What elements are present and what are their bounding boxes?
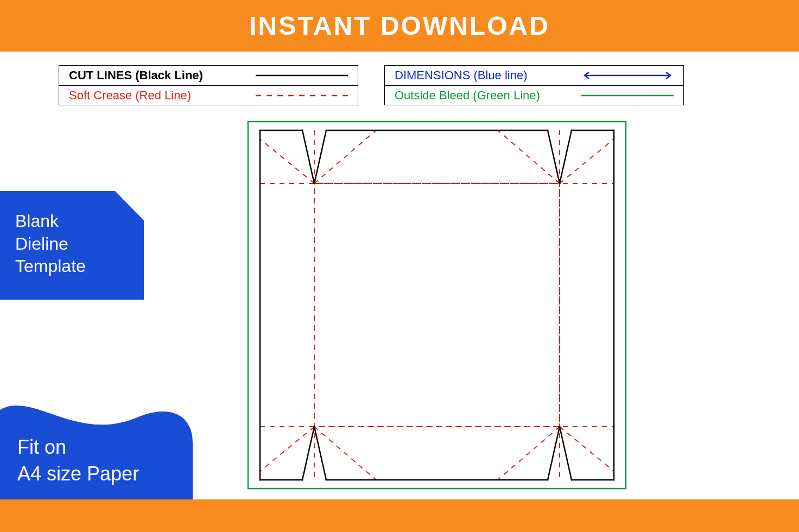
legend-column-right: DIMENSIONS (Blue line) Outside Bleed (Gr…	[384, 65, 684, 105]
top-banner-text: INSTANT DOWNLOAD	[249, 11, 550, 41]
svg-line-8	[314, 130, 376, 183]
bleed-rect	[248, 122, 626, 489]
svg-line-30	[548, 427, 560, 480]
svg-line-25	[314, 130, 326, 183]
badge-template-line1: Blank	[15, 211, 59, 231]
badge-template-line2: Dieline	[15, 234, 68, 254]
bottom-banner	[0, 499, 799, 532]
legend-row-crease: Soft Crease (Red Line)	[59, 85, 358, 105]
svg-line-29	[314, 427, 326, 480]
badge-template-line3: Template	[15, 256, 86, 276]
legend-column-left: CUT LINES (Black Line) Soft Crease (Red …	[59, 65, 358, 105]
cut-line-icon	[256, 70, 348, 81]
badge-template: Blank Dieline Template	[0, 191, 144, 300]
legend-cut-label: CUT LINES (Black Line)	[69, 68, 256, 83]
legend-dim-label: DIMENSIONS (Blue line)	[395, 68, 581, 83]
legend: CUT LINES (Black Line) Soft Crease (Red …	[59, 65, 684, 105]
svg-line-11	[498, 427, 560, 480]
legend-crease-label: Soft Crease (Red Line)	[69, 88, 256, 103]
dieline-template	[247, 121, 627, 490]
fold-center-rect	[314, 183, 560, 427]
legend-row-bleed: Outside Bleed (Green Line)	[385, 85, 683, 105]
legend-row-cut: CUT LINES (Black Line)	[59, 66, 358, 85]
bleed-line-icon	[581, 90, 674, 101]
svg-line-26	[548, 130, 560, 183]
svg-line-9	[498, 130, 560, 183]
badge-paper: Fit on A4 size Paper	[0, 388, 193, 499]
badge-paper-line1: Fit on	[17, 436, 66, 458]
top-banner: INSTANT DOWNLOAD	[0, 0, 799, 52]
badge-paper-line2: A4 size Paper	[17, 463, 139, 485]
legend-bleed-label: Outside Bleed (Green Line)	[395, 88, 581, 103]
dimension-arrow-icon	[581, 70, 674, 81]
crease-line-icon	[256, 90, 348, 101]
svg-line-10	[314, 427, 376, 480]
legend-row-dimensions: DIMENSIONS (Blue line)	[385, 66, 683, 85]
